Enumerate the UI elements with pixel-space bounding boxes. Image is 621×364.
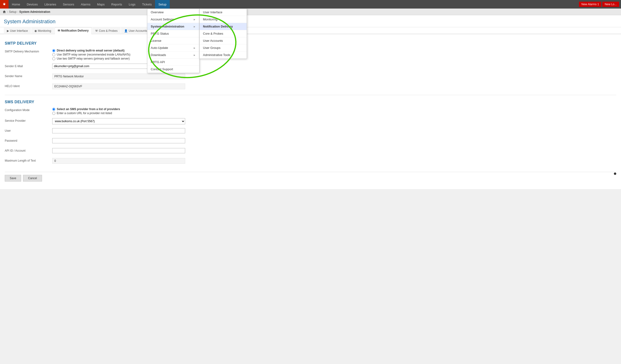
setup-menu-account-settings[interactable]: Account Settings ► <box>147 16 199 23</box>
setup-menu-overview[interactable]: Overview <box>147 9 199 16</box>
network-icon: ⚒ <box>95 29 98 33</box>
user-input[interactable] <box>52 128 185 133</box>
api-id-input[interactable] <box>52 148 185 153</box>
nav-alarms[interactable]: Alarms <box>78 0 94 9</box>
setup-menu-system-administration[interactable]: System Administration ► <box>147 23 199 30</box>
tab-monitoring[interactable]: ◉ Monitoring <box>31 28 54 34</box>
nav-maps[interactable]: Maps <box>94 0 108 9</box>
nav-reports[interactable]: Reports <box>108 0 126 9</box>
sysadmin-menu-monitoring-label: Monitoring <box>203 17 217 21</box>
sms-config-radio-1[interactable] <box>52 108 55 111</box>
service-provider-value: www.bulksms.co.uk (Port 5567) <box>52 118 185 124</box>
new-alarms-button[interactable]: New Alarms 1 <box>579 2 601 7</box>
new-log-button[interactable]: New Lo... <box>602 2 619 7</box>
tab-user-accounts-label: User Accounts <box>129 29 147 33</box>
breadcrumb: › Setup › System Administration <box>0 9 621 15</box>
sysadmin-menu-user-accounts[interactable]: User Accounts <box>200 37 247 44</box>
service-provider-label: Service Provider <box>5 118 52 122</box>
sysadmin-menu-user-groups[interactable]: User Groups <box>200 44 247 51</box>
sysadmin-menu-notification-delivery-label: Notification Delivery <box>203 25 233 28</box>
setup-menu-downloads[interactable]: Downloads ► <box>147 51 199 59</box>
setup-menu-license[interactable]: License <box>147 37 199 44</box>
setup-menu-overview-label: Overview <box>151 10 164 14</box>
sender-email-label: Sender E-Mail <box>5 64 52 68</box>
nav-devices[interactable]: Devices <box>23 0 41 9</box>
tab-user-interface[interactable]: ▶ User Interface <box>4 28 31 34</box>
page-title: System Administration <box>4 18 617 25</box>
max-length-text: 0 <box>52 158 185 164</box>
nav-tickets[interactable]: Tickets <box>139 0 155 9</box>
sms-config-option-2[interactable]: Enter a custom URL for a provider not li… <box>52 112 185 115</box>
breadcrumb-home-icon[interactable] <box>2 10 6 14</box>
config-mode-value: Select an SMS provider from a list of pr… <box>52 107 185 115</box>
nav-logs[interactable]: Logs <box>125 0 139 9</box>
breadcrumb-separator-2: › <box>17 10 18 14</box>
sender-email-row: Sender E-Mail <box>5 64 616 70</box>
max-length-value: 0 <box>52 158 185 164</box>
password-value <box>52 138 185 143</box>
config-mode-label: Configuration Mode <box>5 107 52 112</box>
sysadmin-menu-core-probes[interactable]: Core & Probes <box>200 30 247 37</box>
cursor-icon: ▶ <box>7 29 9 33</box>
api-id-row: API ID / Account <box>5 148 616 155</box>
tab-monitoring-label: Monitoring <box>38 29 51 33</box>
downloads-arrow-icon: ► <box>193 54 196 56</box>
sms-config-radio-2[interactable] <box>52 112 55 115</box>
password-label: Password <box>5 138 52 142</box>
sender-name-row: Sender Name PRTG Network Monitor <box>5 74 616 80</box>
tab-user-accounts[interactable]: 👤 User Accounts <box>121 28 150 34</box>
tab-user-interface-label: User Interface <box>10 29 28 33</box>
service-provider-select[interactable]: www.bulksms.co.uk (Port 5567) <box>52 118 185 124</box>
sysadmin-menu-administrative-tools[interactable]: Administrative Tools <box>200 51 247 59</box>
envelope-icon: ✉ <box>58 29 60 32</box>
top-navigation: Home Devices Libraries Sensors Alarms Ma… <box>0 0 621 9</box>
setup-menu-prtg-status[interactable]: PRTG Status <box>147 30 199 37</box>
smtp-delivery-mechanism-row: SMTP Delivery Mechanism Direct delivery … <box>5 49 616 60</box>
tab-core-probes[interactable]: ⚒ Core & Probes <box>92 28 121 34</box>
setup-menu-prtg-api-label: PRTG API <box>151 60 165 64</box>
helo-ident-value: EC2AMAZ-OQS6SVF <box>52 83 185 89</box>
setup-menu-auto-update[interactable]: Auto-Update ► <box>147 44 199 51</box>
tab-core-probes-label: Core & Probes <box>99 29 118 33</box>
breadcrumb-setup[interactable]: Setup <box>9 10 16 14</box>
nav-sensors[interactable]: Sensors <box>60 0 78 9</box>
api-id-label: API ID / Account <box>5 148 52 152</box>
setup-menu-license-label: License <box>151 39 161 42</box>
nav-setup[interactable]: Setup <box>155 0 170 9</box>
user-label: User <box>5 128 52 132</box>
smtp-delivery-radio-1[interactable] <box>52 49 55 52</box>
smtp-delivery-radio-2[interactable] <box>52 53 55 56</box>
sysadmin-menu-user-interface[interactable]: User Interface <box>200 9 247 16</box>
sysadmin-submenu: User Interface Monitoring Notification D… <box>199 9 247 59</box>
sysadmin-menu-monitoring[interactable]: Monitoring <box>200 16 247 23</box>
smtp-delivery-option-1-label: Direct delivery using built-in email ser… <box>57 49 124 52</box>
sms-config-option-1[interactable]: Select an SMS provider from a list of pr… <box>52 107 185 111</box>
eye-icon: ◉ <box>34 29 37 33</box>
system-administration-arrow-icon: ► <box>193 25 196 28</box>
sysadmin-menu-core-probes-label: Core & Probes <box>203 32 223 35</box>
helo-ident-row: HELO Ident EC2AMAZ-OQS6SVF <box>5 83 616 90</box>
helo-ident-text: EC2AMAZ-OQS6SVF <box>52 83 185 89</box>
max-length-label: Maximum Length of Text <box>5 158 52 162</box>
service-provider-select-wrap: www.bulksms.co.uk (Port 5567) <box>52 118 185 124</box>
sysadmin-menu-notification-delivery[interactable]: Notification Delivery <box>200 23 247 30</box>
nav-libraries[interactable]: Libraries <box>41 0 60 9</box>
breadcrumb-current: System Administration <box>19 10 50 14</box>
password-input[interactable] <box>52 138 185 143</box>
smtp-section-header: SMTP DELIVERY <box>5 41 616 46</box>
smtp-delivery-radio-3[interactable] <box>52 57 55 60</box>
nav-home[interactable]: Home <box>9 0 23 9</box>
sysadmin-menu-administrative-tools-label: Administrative Tools <box>203 53 230 57</box>
smtp-delivery-mechanism-label: SMTP Delivery Mechanism <box>5 49 52 53</box>
user-value <box>52 128 185 133</box>
save-button[interactable]: Save <box>5 175 21 182</box>
sysadmin-menu-user-interface-label: User Interface <box>203 10 223 14</box>
cancel-button[interactable]: Cancel <box>23 175 42 182</box>
tab-notification-delivery[interactable]: ✉ Notification Delivery <box>55 27 92 34</box>
setup-menu-auto-update-label: Auto-Update <box>151 46 168 50</box>
logo[interactable] <box>0 0 9 9</box>
setup-menu-prtg-api[interactable]: PRTG API <box>147 59 199 66</box>
dot-indicator <box>614 172 616 175</box>
tab-bar: ▶ User Interface ◉ Monitoring ✉ Notifica… <box>0 27 621 34</box>
setup-menu-contact-support[interactable]: Contact Support <box>147 66 199 73</box>
